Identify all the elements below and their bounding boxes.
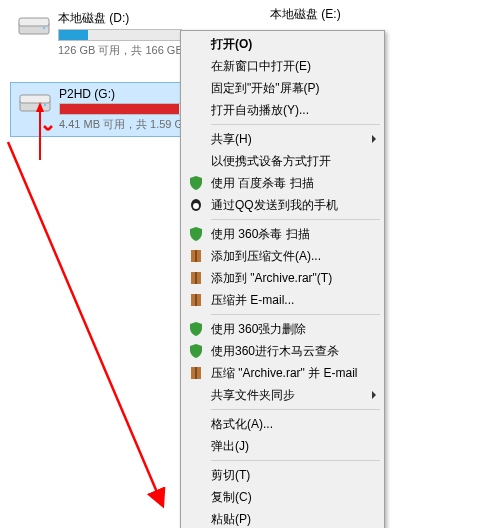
svg-rect-13: [195, 294, 197, 306]
drive-space: 126 GB 可用，共 166 GB: [58, 43, 182, 58]
svg-point-7: [193, 203, 199, 209]
menu-separator: [211, 219, 380, 220]
svg-point-2: [43, 27, 45, 29]
menu-qq-send[interactable]: 通过QQ发送到我的手机: [183, 194, 382, 216]
drive-usage-fill: [60, 104, 179, 114]
menu-add-archive[interactable]: 添加到 "Archive.rar"(T): [183, 267, 382, 289]
svg-rect-1: [19, 18, 49, 26]
menu-zip-email[interactable]: 压缩并 E-mail...: [183, 289, 382, 311]
svg-line-16: [8, 142, 162, 504]
menu-new-window[interactable]: 在新窗口中打开(E): [183, 55, 382, 77]
menu-format[interactable]: 格式化(A)...: [183, 413, 382, 435]
drive-name: P2HD (G:): [59, 87, 181, 101]
menu-separator: [211, 124, 380, 125]
menu-separator: [211, 409, 380, 410]
svg-point-5: [44, 104, 46, 106]
menu-autoplay[interactable]: 打开自动播放(Y)...: [183, 99, 382, 121]
menu-zip-email2[interactable]: 压缩 "Archive.rar" 并 E-mail: [183, 362, 382, 384]
submenu-arrow-icon: [372, 135, 376, 143]
drive-usage-fill: [59, 30, 88, 40]
svg-rect-9: [195, 250, 197, 262]
menu-open[interactable]: 打开(O): [183, 33, 382, 55]
shield-icon: [188, 343, 204, 359]
drive-item-d[interactable]: 本地磁盘 (D:) 126 GB 可用，共 166 GB: [10, 6, 190, 62]
hdd-icon: [18, 14, 50, 38]
archive-icon: [188, 270, 204, 286]
drive-space: 4.41 MB 可用，共 1.59 GB: [59, 117, 181, 132]
qq-icon: [188, 197, 204, 213]
menu-baidu-scan[interactable]: 使用 百度杀毒 扫描: [183, 172, 382, 194]
shield-icon: [188, 226, 204, 242]
context-menu: 打开(O) 在新窗口中打开(E) 固定到"开始"屏幕(P) 打开自动播放(Y).…: [180, 30, 385, 528]
menu-portable[interactable]: 以便携式设备方式打开: [183, 150, 382, 172]
drive-usage-bar: [59, 103, 181, 115]
drive-usage-bar: [58, 29, 182, 41]
submenu-arrow-icon: [372, 391, 376, 399]
menu-pin-start[interactable]: 固定到"开始"屏幕(P): [183, 77, 382, 99]
menu-cut[interactable]: 剪切(T): [183, 464, 382, 486]
menu-add-rar[interactable]: 添加到压缩文件(A)...: [183, 245, 382, 267]
archive-icon: [188, 365, 204, 381]
archive-icon: [188, 248, 204, 264]
menu-separator: [211, 314, 380, 315]
menu-360-cloud-scan[interactable]: 使用360进行木马云查杀: [183, 340, 382, 362]
menu-separator: [211, 460, 380, 461]
menu-copy[interactable]: 复制(C): [183, 486, 382, 508]
drive-item-g[interactable]: P2HD (G:) 4.41 MB 可用，共 1.59 GB: [10, 82, 190, 137]
shield-icon: [188, 321, 204, 337]
menu-360-force-delete[interactable]: 使用 360强力删除: [183, 318, 382, 340]
shield-icon: [188, 175, 204, 191]
menu-share[interactable]: 共享(H): [183, 128, 382, 150]
drive-name: 本地磁盘 (D:): [58, 10, 182, 27]
menu-paste[interactable]: 粘贴(P): [183, 508, 382, 528]
archive-icon: [188, 292, 204, 308]
drive-name-e[interactable]: 本地磁盘 (E:): [270, 6, 341, 23]
menu-360-scan[interactable]: 使用 360杀毒 扫描: [183, 223, 382, 245]
svg-rect-11: [195, 272, 197, 284]
svg-rect-4: [20, 95, 50, 103]
svg-rect-15: [195, 367, 197, 379]
menu-eject[interactable]: 弹出(J): [183, 435, 382, 457]
menu-folder-sync[interactable]: 共享文件夹同步: [183, 384, 382, 406]
hdd-icon: [19, 91, 51, 115]
